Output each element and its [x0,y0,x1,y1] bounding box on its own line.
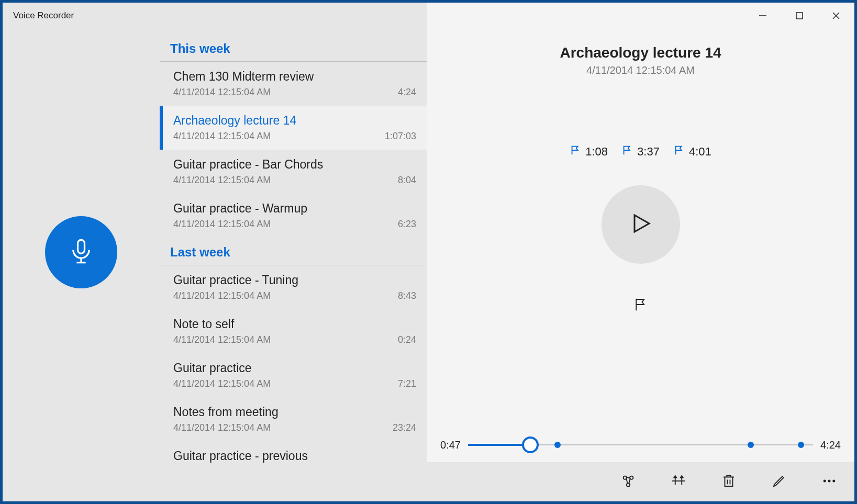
rename-button[interactable] [770,473,788,491]
item-date: 4/11/2014 12:15:04 AM [173,378,271,389]
minimize-button[interactable] [744,3,781,29]
list-item[interactable]: Archaeology lecture 144/11/2014 12:15:04… [160,106,427,150]
item-date: 4/11/2014 12:15:04 AM [173,175,271,186]
list-item[interactable]: Guitar practice4/11/2014 12:15:04 AM7:21 [160,353,427,397]
item-date: 4/11/2014 12:15:04 AM [173,334,271,345]
list-item[interactable]: Guitar practice - Warmup4/11/2014 12:15:… [160,194,427,238]
trim-icon [671,473,686,491]
title-bar: Voice Recorder [3,3,854,29]
marker-time: 1:08 [585,145,608,159]
svg-point-22 [823,479,826,482]
item-title: Chem 130 Midterm review [173,70,416,84]
pencil-icon [771,473,787,491]
item-date: 4/11/2014 12:15:04 AM [173,131,271,142]
item-date: 4/11/2014 12:15:04 AM [173,422,271,433]
group-header[interactable]: Last week [160,238,427,265]
svg-point-24 [832,479,835,482]
item-duration: 1:07:03 [385,131,416,142]
svg-point-23 [828,479,831,482]
list-item[interactable]: Note to self4/11/2014 12:15:04 AM0:24 [160,309,427,353]
markers-row: 1:083:374:01 [427,144,854,159]
record-button[interactable] [45,216,117,288]
list-item[interactable]: Guitar practice - Bar Chords4/11/2014 12… [160,150,427,194]
marker-time: 3:37 [637,145,660,159]
flag-icon [621,144,633,159]
item-date: 4/11/2014 12:15:04 AM [173,87,271,98]
svg-rect-1 [796,13,803,19]
marker-time: 4:01 [689,145,711,159]
bottom-toolbar [427,462,854,501]
svg-point-14 [627,483,630,486]
more-icon [821,473,837,491]
timeline: 0:47 4:24 [427,437,854,453]
timeline-marker[interactable] [554,442,561,448]
app-title: Voice Recorder [13,10,74,21]
svg-marker-18 [674,476,676,478]
list-item[interactable]: Chem 130 Midterm review4/11/2014 12:15:0… [160,62,427,106]
group-header[interactable]: This week [160,34,427,62]
list-item[interactable]: Notes from meeting4/11/2014 12:15:04 AM2… [160,397,427,441]
item-title: Guitar practice [173,361,416,375]
item-title: Guitar practice - Bar Chords [173,158,416,172]
recording-date: 4/11/2014 12:15:04 AM [427,64,854,76]
trash-icon [721,473,737,491]
flag-icon [633,297,649,315]
item-title: Guitar practice - Warmup [173,201,416,216]
item-title: Note to self [173,317,416,331]
current-time: 0:47 [440,439,461,451]
list-item[interactable]: Guitar practice - previous [160,441,427,474]
trim-button[interactable] [669,473,688,491]
recording-title: Archaeology lecture 14 [427,44,854,61]
item-title: Guitar practice - Tuning [173,273,416,287]
item-duration: 0:24 [398,334,416,345]
timeline-marker[interactable] [748,442,754,448]
window: Voice Recorder This we [0,0,857,504]
list-item[interactable]: Guitar practice - Tuning4/11/2014 12:15:… [160,265,427,309]
flag-icon [570,144,581,159]
recordings-list[interactable]: This weekChem 130 Midterm review4/11/201… [160,3,427,501]
item-duration: 23:24 [393,422,416,433]
item-duration: 8:04 [398,175,416,186]
record-panel [3,3,160,501]
share-button[interactable] [619,473,638,491]
seek-track[interactable] [468,437,813,453]
add-marker-button[interactable] [630,295,651,316]
play-button[interactable] [602,185,680,264]
delete-button[interactable] [719,473,738,491]
play-icon [628,211,653,238]
timeline-marker[interactable] [798,442,804,448]
flag-icon [673,144,685,159]
detail-panel: Archaeology lecture 14 4/11/2014 12:15:0… [427,3,854,501]
track-fill [468,444,530,446]
marker[interactable]: 3:37 [621,144,660,159]
window-controls [744,3,854,29]
marker[interactable]: 1:08 [570,144,608,159]
total-time: 4:24 [820,439,841,451]
svg-rect-4 [78,240,85,253]
item-title: Guitar practice - previous [173,449,416,463]
close-button[interactable] [818,3,854,29]
svg-marker-10 [635,215,649,232]
item-duration: 8:43 [398,290,416,301]
svg-marker-19 [681,476,683,478]
marker[interactable]: 4:01 [673,144,711,159]
item-duration: 6:23 [398,219,416,230]
item-title: Notes from meeting [173,405,416,419]
seek-thumb[interactable] [522,436,539,453]
item-title: Archaeology lecture 14 [173,114,416,128]
more-button[interactable] [820,473,839,491]
detail-header: Archaeology lecture 14 4/11/2014 12:15:0… [427,44,854,76]
maximize-button[interactable] [781,3,818,29]
item-date: 4/11/2014 12:15:04 AM [173,290,271,301]
item-duration: 7:21 [398,378,416,389]
item-duration: 4:24 [398,87,416,98]
share-icon [620,473,636,491]
item-date: 4/11/2014 12:15:04 AM [173,219,271,230]
microphone-icon [68,238,95,267]
